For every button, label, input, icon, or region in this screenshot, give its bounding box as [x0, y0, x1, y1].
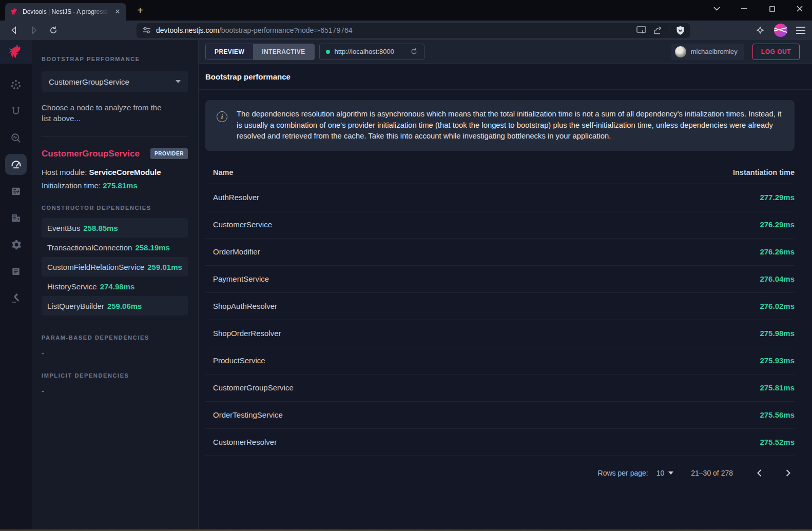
dependency-item[interactable]: TransactionalConnection 258.19ms	[42, 238, 188, 257]
interactive-button[interactable]: INTERACTIVE	[253, 44, 314, 60]
topbar-right: michaelbromley LOG OUT	[671, 44, 800, 60]
table-row[interactable]: ShopOrderResolver 275.98ms	[205, 320, 795, 347]
maximize-button[interactable]	[765, 2, 779, 15]
preview-button[interactable]: PREVIEW	[206, 44, 253, 60]
table-row[interactable]: CustomerService 276.29ms	[205, 211, 795, 239]
dependency-name: TransactionalConnection	[47, 243, 132, 252]
site-settings-icon[interactable]	[143, 26, 151, 34]
refresh-icon[interactable]	[410, 48, 418, 55]
sidebar-item-settings[interactable]	[5, 234, 27, 255]
target-url-box[interactable]: http://localhost:8000	[319, 44, 424, 60]
next-page-button[interactable]	[781, 466, 795, 480]
implicit-deps-heading: IMPLICIT DEPENDENCIES	[42, 372, 188, 379]
target-url: http://localhost:8000	[335, 48, 394, 55]
graph-icon	[10, 79, 22, 90]
logout-button[interactable]: LOG OUT	[752, 44, 800, 60]
nav-buttons	[8, 24, 60, 36]
row-name: AuthResolver	[205, 193, 259, 202]
back-icon[interactable]	[8, 24, 21, 36]
row-time: 275.52ms	[760, 438, 795, 446]
table-row[interactable]: CustomerResolver 275.52ms	[205, 429, 795, 456]
column-instantiation-time: Instantiation time	[733, 168, 795, 176]
tab-title: Devtools | NestJS - A progressive	[23, 8, 109, 15]
cast-icon[interactable]	[636, 26, 646, 34]
sidebar-item-flow[interactable]	[5, 101, 27, 122]
dependency-time: 274.98ms	[100, 282, 135, 291]
dependency-name: EventBus	[47, 224, 80, 232]
document-icon	[11, 266, 21, 277]
row-time: 276.26ms	[760, 247, 795, 256]
nestjs-logo[interactable]	[0, 40, 32, 64]
row-name: OrderModifier	[205, 247, 260, 256]
table-row[interactable]: ProductService 275.93ms	[205, 347, 795, 375]
row-time: 276.02ms	[760, 302, 795, 310]
reload-icon[interactable]	[47, 24, 60, 36]
column-name: Name	[205, 168, 234, 176]
menu-icon[interactable]	[796, 26, 806, 34]
row-time: 275.93ms	[760, 356, 795, 365]
previous-page-button[interactable]	[752, 466, 766, 480]
rows-per-page-select[interactable]: 10	[656, 469, 674, 477]
init-time-value: 275.81ms	[103, 181, 138, 190]
gear-icon	[10, 239, 22, 250]
rows-per-page-value: 10	[656, 469, 665, 477]
browser-profile-avatar[interactable]	[774, 24, 787, 37]
dependency-time: 259.01ms	[147, 263, 182, 271]
sidebar-item-modules[interactable]	[5, 207, 27, 228]
sidebar-item-audit[interactable]	[5, 181, 27, 202]
browser-tab[interactable]: Devtools | NestJS - A progressive ✕	[5, 3, 126, 21]
dependency-item[interactable]: HistoryService 274.98ms	[42, 277, 188, 296]
table-row[interactable]: PaymentService 276.04ms	[205, 266, 795, 293]
param-deps-heading: PARAM-BASED DEPENDENCIES	[42, 335, 188, 341]
row-time: 276.04ms	[760, 274, 795, 283]
toolbar-right	[755, 24, 806, 37]
sidebar-item-tools[interactable]	[5, 287, 27, 308]
close-window-button[interactable]	[792, 2, 807, 15]
param-deps-empty: -	[42, 349, 188, 358]
share-icon[interactable]	[653, 26, 662, 35]
dependency-item[interactable]: CustomFieldRelationService 259.01ms	[42, 257, 188, 277]
rows-per-page-label: Rows per page:	[598, 469, 648, 477]
sidebar-item-bootstrap-performance[interactable]	[5, 154, 27, 175]
chevron-down-icon	[176, 80, 181, 83]
table-row[interactable]: OrderTestingService 275.56ms	[205, 402, 795, 429]
implicit-deps-empty: -	[42, 387, 188, 396]
address-bar[interactable]: devtools.nestjs.com/bootstrap-performanc…	[137, 23, 690, 38]
rail-items	[5, 74, 27, 308]
row-time: 275.81ms	[760, 383, 795, 392]
table-row[interactable]: OrderModifier 276.26ms	[205, 239, 795, 266]
row-name: PaymentService	[205, 274, 269, 283]
tab-close-icon[interactable]: ✕	[113, 7, 122, 16]
dependency-item[interactable]: EventBus 258.85ms	[42, 218, 188, 238]
username: michaelbromley	[691, 48, 738, 55]
organization-icon	[10, 212, 22, 224]
sidebar-item-insights[interactable]	[5, 127, 27, 148]
table-row[interactable]: ShopAuthResolver 276.02ms	[205, 293, 795, 320]
status-dot	[326, 50, 330, 54]
checklist-icon	[10, 186, 22, 197]
forward-icon[interactable]	[28, 24, 40, 36]
node-select[interactable]: CustomerGroupService	[42, 71, 188, 92]
row-name: CustomerResolver	[205, 438, 277, 446]
sidebar-item-logs[interactable]	[5, 261, 27, 282]
table-row[interactable]: CustomerGroupService 275.81ms	[205, 375, 795, 402]
constructor-deps-list: EventBus 258.85ms TransactionalConnectio…	[42, 218, 188, 316]
row-name: CustomerService	[205, 220, 272, 229]
sidebar-item-graph[interactable]	[5, 74, 27, 95]
page-title: Bootstrap performance	[205, 72, 795, 81]
tab-search-icon[interactable]	[709, 2, 724, 15]
browser-toolbar: devtools.nestjs.com/bootstrap-performanc…	[0, 21, 812, 40]
dependency-item[interactable]: ListQueryBuilder 259.06ms	[42, 296, 188, 316]
title-divider	[199, 89, 812, 90]
row-name: ShopAuthResolver	[205, 302, 277, 310]
brave-shield-icon[interactable]	[676, 26, 685, 35]
table-row[interactable]: AuthResolver 277.29ms	[205, 184, 795, 211]
node-select-value: CustomerGroupService	[49, 77, 129, 86]
user-chip[interactable]: michaelbromley	[671, 44, 744, 60]
leo-ai-icon[interactable]	[755, 25, 766, 36]
chevron-down-icon	[668, 471, 673, 475]
dependency-time: 258.85ms	[83, 224, 118, 232]
url-text[interactable]: devtools.nestjs.com/bootstrap-performanc…	[156, 26, 353, 35]
new-tab-button[interactable]: +	[133, 4, 147, 17]
minimize-button[interactable]	[737, 2, 751, 15]
